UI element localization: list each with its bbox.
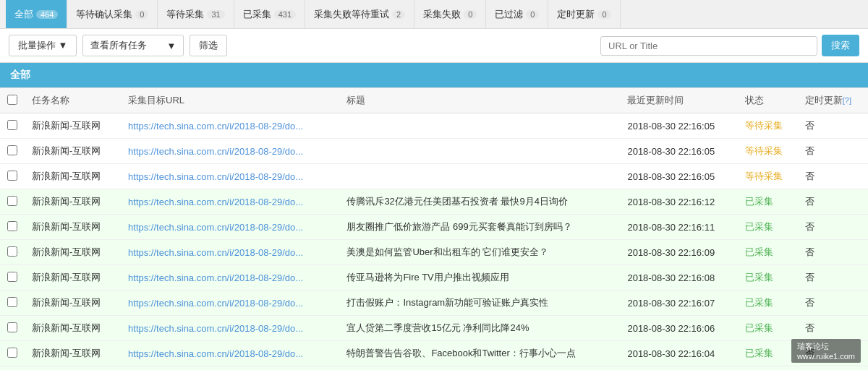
- row-time: 2018-08-30 22:16:07: [620, 291, 737, 316]
- row-url-link[interactable]: https://tech.sina.com.cn/i/2018-08-29/do…: [128, 348, 303, 359]
- row-checkbox[interactable]: [7, 145, 17, 155]
- batch-ops-button[interactable]: 批量操作 ▼: [9, 35, 77, 56]
- row-checkbox[interactable]: [7, 322, 17, 332]
- row-checkbox-cell: [0, 366, 25, 371]
- tab-collected[interactable]: 已采集431: [234, 0, 305, 28]
- row-checkbox-cell: [0, 291, 25, 316]
- row-schedule: 否: [798, 366, 868, 371]
- row-title: [339, 139, 620, 164]
- row-checkbox[interactable]: [7, 348, 17, 358]
- tab-label: 采集失败: [423, 8, 461, 21]
- row-url-link[interactable]: https://tech.sina.com.cn/i/2018-08-29/do…: [128, 121, 303, 132]
- row-checkbox[interactable]: [7, 246, 17, 257]
- row-status: 已采集: [738, 215, 798, 240]
- tab-badge: 0: [464, 10, 477, 19]
- table-row: 新浪新闻-互联网 https://tech.sina.com.cn/i/2018…: [0, 189, 868, 215]
- tab-badge: 0: [597, 10, 610, 19]
- search-button[interactable]: 搜索: [822, 35, 859, 56]
- row-url-link[interactable]: https://tech.sina.com.cn/i/2018-08-29/do…: [128, 247, 303, 258]
- row-url-link[interactable]: https://tech.sina.com.cn/i/2018-08-29/do…: [128, 298, 303, 309]
- row-url-link[interactable]: https://tech.sina.com.cn/i/2018-08-29/do…: [128, 323, 303, 334]
- col-url: 采集目标URL: [121, 88, 339, 113]
- tab-filtered[interactable]: 已过滤0: [486, 0, 548, 28]
- col-title: 标题: [339, 88, 620, 113]
- row-schedule: 否: [798, 189, 868, 215]
- tab-pending-confirm[interactable]: 等待确认采集0: [67, 0, 158, 28]
- row-title: 美澳是如何监管Uber和出租车的 它们谁更安全？: [339, 240, 620, 265]
- tab-badge: 431: [274, 10, 296, 19]
- row-schedule: 否: [798, 291, 868, 316]
- row-checkbox[interactable]: [7, 196, 17, 206]
- schedule-value: 否: [805, 196, 814, 207]
- search-input[interactable]: [600, 36, 817, 56]
- row-url-link[interactable]: https://tech.sina.com.cn/i/2018-08-29/do…: [128, 197, 303, 207]
- tab-label: 定时更新: [557, 8, 595, 21]
- row-checkbox-cell: [0, 113, 25, 139]
- row-title: [339, 113, 620, 139]
- table-row: 新浪新闻-互联网 https://tech.sina.com.cn/i/2018…: [0, 215, 868, 240]
- tab-failed-retry[interactable]: 采集失败等待重试2: [305, 0, 414, 28]
- row-url: https://tech.sina.com.cn/i/2018-08-29/do…: [121, 366, 339, 371]
- row-schedule: 否: [798, 139, 868, 164]
- filter-button[interactable]: 筛选: [190, 35, 227, 56]
- row-url: https://tech.sina.com.cn/i/2018-08-29/do…: [121, 189, 339, 215]
- status-badge: 已采集: [745, 272, 773, 283]
- row-checkbox[interactable]: [7, 272, 17, 282]
- table-row: 新浪新闻-互联网 https://tech.sina.com.cn/i/2018…: [0, 366, 868, 371]
- row-title: 宜人贷第二季度营收15亿元 净利同比降24%: [339, 316, 620, 341]
- select-all-checkbox[interactable]: [7, 95, 17, 105]
- tab-all[interactable]: 全部464: [6, 0, 67, 28]
- schedule-help-link[interactable]: [?]: [843, 96, 851, 105]
- row-url: https://tech.sina.com.cn/i/2018-08-29/do…: [121, 265, 339, 291]
- col-schedule: 定时更新[?]: [798, 88, 868, 113]
- row-checkbox[interactable]: [7, 221, 17, 231]
- table-row: 新浪新闻-互联网 https://tech.sina.com.cn/i/2018…: [0, 316, 868, 341]
- watermark: 瑞客论坛 www.ruike1.com: [791, 339, 861, 363]
- tab-badge: 0: [135, 10, 148, 19]
- table-row: 新浪新闻-互联网 https://tech.sina.com.cn/i/2018…: [0, 113, 868, 139]
- row-url-link[interactable]: https://tech.sina.com.cn/i/2018-08-29/do…: [128, 146, 303, 157]
- data-table: 任务名称 采集目标URL 标题 最近更新时间 状态 定时更新[?] 新浪新闻-互…: [0, 87, 868, 370]
- schedule-value: 否: [805, 221, 814, 232]
- watermark-line2: www.ruike1.com: [797, 352, 855, 361]
- row-url-link[interactable]: https://tech.sina.com.cn/i/2018-08-29/do…: [128, 171, 303, 182]
- row-checkbox-cell: [0, 164, 25, 189]
- row-title: 特朗普警告告谷歌、Facebook和Twitter：行事小心一点: [339, 341, 620, 366]
- row-checkbox[interactable]: [7, 297, 17, 307]
- row-url: https://tech.sina.com.cn/i/2018-08-29/do…: [121, 164, 339, 189]
- row-time: 2018-08-30 22:16:09: [620, 240, 737, 265]
- row-title: 朋友圈推广低价旅游产品 699元买套餐真能订到房吗？: [339, 215, 620, 240]
- row-status: 已采集: [738, 240, 798, 265]
- view-selector[interactable]: 查看所有任务 ▼: [82, 35, 184, 56]
- status-badge: 已采集: [745, 297, 773, 308]
- row-task-name: 新浪新闻-互联网: [25, 265, 121, 291]
- row-status: 已采集: [738, 189, 798, 215]
- tab-badge: 31: [207, 10, 224, 19]
- row-checkbox[interactable]: [7, 171, 17, 181]
- row-task-name: 新浪新闻-互联网: [25, 316, 121, 341]
- row-status: 已采集: [738, 341, 798, 366]
- row-title: 打击假账户：Instagram新功能可验证账户真实性: [339, 291, 620, 316]
- tab-badge: 2: [392, 10, 405, 19]
- tab-bar: 全部464等待确认采集0等待采集31已采集431采集失败等待重试2采集失败0已过…: [0, 0, 868, 29]
- row-url-link[interactable]: https://tech.sina.com.cn/i/2018-08-29/do…: [128, 272, 303, 283]
- tab-pending-collect[interactable]: 等待采集31: [158, 0, 234, 28]
- row-status: 等待采集: [738, 113, 798, 139]
- row-checkbox[interactable]: [7, 120, 17, 130]
- row-checkbox-cell: [0, 189, 25, 215]
- row-url-link[interactable]: https://tech.sina.com.cn/i/2018-08-29/do…: [128, 222, 303, 233]
- schedule-value: 否: [805, 171, 814, 181]
- tab-failed[interactable]: 采集失败0: [414, 0, 486, 28]
- view-selector-label: 查看所有任务: [90, 39, 147, 52]
- row-checkbox-cell: [0, 316, 25, 341]
- tab-scheduled[interactable]: 定时更新0: [548, 0, 620, 28]
- row-url: https://tech.sina.com.cn/i/2018-08-29/do…: [121, 316, 339, 341]
- row-url: https://tech.sina.com.cn/i/2018-08-29/do…: [121, 341, 339, 366]
- row-url: https://tech.sina.com.cn/i/2018-08-29/do…: [121, 240, 339, 265]
- row-task-name: 新浪新闻-互联网: [25, 240, 121, 265]
- watermark-line1: 瑞客论坛: [797, 341, 855, 352]
- schedule-value: 否: [805, 297, 814, 308]
- row-url: https://tech.sina.com.cn/i/2018-08-29/do…: [121, 215, 339, 240]
- row-task-name: 新浪新闻-互联网: [25, 113, 121, 139]
- row-url: https://tech.sina.com.cn/i/2018-08-29/do…: [121, 291, 339, 316]
